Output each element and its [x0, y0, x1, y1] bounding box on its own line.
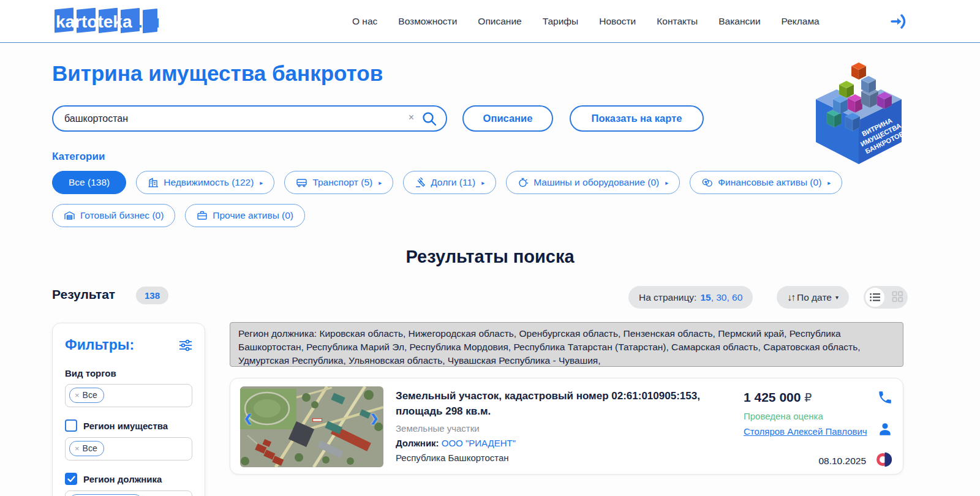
nav-contacts[interactable]: Контакты: [657, 16, 698, 27]
clear-search-icon[interactable]: ×: [409, 112, 414, 123]
caret-icon: ▸: [481, 179, 484, 186]
debtor-label: Должник:: [396, 438, 439, 448]
category-machinery-label: Машины и оборудование (0): [533, 177, 659, 188]
chip-label: Все: [83, 443, 97, 453]
sort-dropdown[interactable]: ↓↑ По дате ▾: [777, 286, 849, 309]
category-debts[interactable]: Долги (11) ▸: [403, 171, 496, 194]
description-button[interactable]: Описание: [462, 105, 553, 132]
category-all-label: Все (138): [69, 177, 110, 188]
filters-title: Фильтры:: [65, 337, 192, 353]
nav-about[interactable]: О нас: [352, 16, 377, 27]
show-on-map-button[interactable]: Показать на карте: [570, 105, 704, 132]
categories-row-2: Готовый бизнес (0) Прочие активы (0): [52, 204, 305, 227]
gavel-icon: [415, 177, 426, 188]
person-icon[interactable]: [877, 421, 893, 440]
kartoteka-logo-icon: kartoteka .ru: [52, 5, 168, 37]
briefcase-icon: [197, 210, 208, 221]
phone-icon[interactable]: [877, 389, 893, 408]
dropdown-caret-icon: ▾: [835, 294, 839, 301]
search-bar: ×: [52, 105, 447, 132]
page-title: Витрина имущества банкротов: [52, 61, 383, 86]
caret-icon: ▸: [827, 179, 831, 186]
property-region-checkbox[interactable]: [65, 419, 77, 432]
bankruptcy-cube-illustration: ВИТРИНА ИМУЩЕСТВА БАНКРОТОВ: [812, 56, 905, 167]
category-transport[interactable]: Транспорт (5) ▸: [284, 171, 393, 194]
building-icon: [148, 177, 159, 188]
listing-category: Земельные участки: [396, 423, 729, 434]
filter-settings-icon[interactable]: [179, 339, 192, 354]
login-icon[interactable]: [889, 12, 908, 31]
caret-icon: ▸: [665, 179, 668, 186]
nav-tariffs[interactable]: Тарифы: [543, 16, 579, 27]
search-icon[interactable]: [421, 111, 437, 129]
filter-trade-type-select[interactable]: × Все: [65, 384, 192, 407]
debtor-region-summary: Регион должника: Кировская область, Ниже…: [230, 322, 903, 367]
chip-remove-icon[interactable]: ×: [75, 444, 80, 453]
debtor-link[interactable]: ООО "РИАДЕНТ": [442, 438, 516, 448]
listing-photo[interactable]: [240, 386, 383, 467]
category-all[interactable]: Все (138): [52, 171, 126, 194]
category-financial-assets-label: Финансовые активы (0): [718, 177, 821, 188]
category-financial-assets[interactable]: Финансовые активы (0) ▸: [690, 171, 842, 194]
filter-property-region-select[interactable]: × Все: [65, 437, 192, 460]
organization-logo-icon[interactable]: [876, 451, 893, 470]
filter-debtor-region-select[interactable]: × Приволжский: [65, 490, 192, 496]
per-page-options[interactable]: , 30, 60: [711, 292, 743, 303]
per-page-selector[interactable]: На страницу: 15 , 30, 60: [628, 286, 753, 309]
business-icon: [64, 210, 75, 221]
listing-price: 1 425 000 ₽: [744, 390, 812, 405]
satellite-image: [240, 386, 383, 467]
listing-title[interactable]: Земельный участок, кадастровый номер 02:…: [396, 389, 729, 419]
filter-debtor-region-label: Регион должника: [83, 474, 162, 484]
photo-prev-icon[interactable]: ❮: [244, 412, 252, 425]
category-other-assets[interactable]: Прочие активы (0): [185, 204, 305, 227]
listing-card[interactable]: ❮ ❯ Земельный участок, кадастровый номер…: [230, 378, 903, 475]
logo-suffix: .ru: [138, 12, 160, 31]
category-ready-business-label: Готовый бизнес (0): [80, 210, 164, 221]
category-debts-label: Долги (11): [431, 177, 475, 188]
nav-features[interactable]: Возможности: [398, 16, 457, 27]
logo-text: kartoteka: [56, 12, 132, 31]
arbitration-manager-link[interactable]: Столяров Алексей Павлович: [744, 426, 867, 437]
car-icon: [296, 177, 307, 188]
caret-icon: ▸: [379, 179, 382, 186]
nav-ads[interactable]: Реклама: [782, 16, 820, 27]
filter-property-region-label: Регион имущества: [83, 421, 168, 431]
category-real-estate-label: Недвижимость (122): [164, 177, 254, 188]
result-count-badge: 138: [136, 287, 168, 304]
page: kartoteka .ru О нас Возможности Описание…: [0, 0, 980, 496]
listing-region: Республика Башкортостан: [396, 453, 729, 463]
chip-remove-icon[interactable]: ×: [75, 391, 80, 400]
category-other-assets-label: Прочие активы (0): [213, 210, 293, 221]
grid-view-icon: [892, 291, 903, 302]
chip-label: Все: [83, 390, 97, 400]
per-page-selected[interactable]: 15: [700, 292, 710, 303]
filter-chip-all[interactable]: × Все: [69, 441, 104, 456]
top-navigation-bar: kartoteka .ru О нас Возможности Описание…: [0, 0, 980, 43]
categories-row-1: Все (138) Недвижимость (122) ▸ Транспорт…: [52, 171, 842, 194]
category-real-estate[interactable]: Недвижимость (122) ▸: [136, 171, 274, 194]
list-view-icon: [870, 293, 880, 302]
results-heading: Результаты поиска: [0, 247, 980, 267]
result-count-label: Результат: [52, 287, 115, 302]
view-mode-toggle: [864, 286, 908, 309]
caret-icon: ▸: [260, 179, 263, 186]
per-page-label: На страницу:: [639, 292, 696, 303]
category-transport-label: Транспорт (5): [312, 177, 372, 188]
category-machinery[interactable]: Машины и оборудование (0) ▸: [506, 171, 680, 194]
debtor-region-checkbox[interactable]: [65, 473, 77, 485]
price-value: 1 425 000: [744, 390, 801, 404]
nav-news[interactable]: Новости: [599, 16, 636, 27]
list-view-button[interactable]: [865, 288, 884, 307]
kartoteka-logo[interactable]: kartoteka .ru: [52, 5, 168, 39]
currency-symbol: ₽: [804, 391, 812, 404]
filter-debtor-region-row: Регион должника: [65, 473, 192, 485]
filter-chip-all[interactable]: × Все: [69, 388, 104, 403]
grid-view-button[interactable]: [892, 291, 903, 305]
categories-label: Категории: [52, 151, 105, 163]
photo-next-icon[interactable]: ❯: [370, 412, 379, 425]
nav-description[interactable]: Описание: [478, 16, 521, 27]
nav-vacancies[interactable]: Вакансии: [718, 16, 760, 27]
category-ready-business[interactable]: Готовый бизнес (0): [52, 204, 175, 227]
search-input[interactable]: [64, 107, 407, 130]
